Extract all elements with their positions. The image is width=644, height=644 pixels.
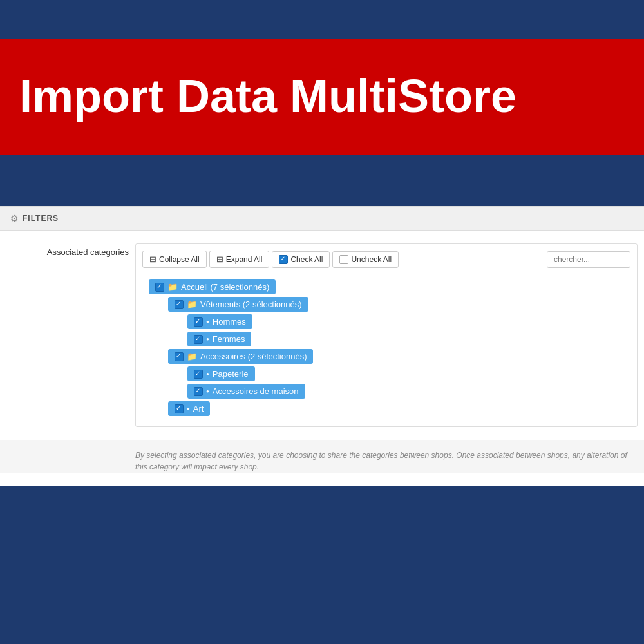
label-accessoires: Accessoires (2 sélectionnés) bbox=[200, 352, 307, 361]
tree-item-accueil: 📁 Accueil (7 sélectionnés) bbox=[149, 278, 630, 296]
label-accessoires-maison: Accessoires de maison bbox=[213, 386, 299, 396]
tree-item-accessoires-inner[interactable]: 📁 Accessoires (2 sélectionnés) bbox=[168, 349, 313, 364]
label-art: Art bbox=[193, 404, 204, 413]
checkbox-vetements[interactable] bbox=[175, 300, 184, 309]
dot-icon-accessoires-maison: ● bbox=[206, 388, 209, 394]
tree-item-hommes-inner[interactable]: ● Hommes bbox=[187, 314, 252, 329]
label-papeterie: Papeterie bbox=[213, 369, 249, 379]
label-vetements: Vêtements (2 sélectionnés) bbox=[200, 299, 302, 309]
tree-item-accessoires-maison-inner[interactable]: ● Accessoires de maison bbox=[187, 384, 305, 399]
dot-icon-papeterie: ● bbox=[206, 371, 209, 377]
blue-section bbox=[0, 155, 644, 206]
tree-item-vetements-inner[interactable]: 📁 Vêtements (2 sélectionnés) bbox=[168, 297, 308, 312]
tree-item-papeterie-inner[interactable]: ● Papeterie bbox=[187, 366, 255, 381]
folder-icon-vetements: 📁 bbox=[187, 299, 197, 309]
checkbox-accessoires-maison[interactable] bbox=[194, 387, 203, 396]
category-tree: 📁 Accueil (7 sélectionnés) 📁 Vêtements (… bbox=[142, 276, 630, 420]
label-femmes: Femmes bbox=[213, 334, 245, 344]
content-area: ⚙ FILTERS Associated categories ⊟ Collap… bbox=[0, 206, 644, 486]
filters-label: FILTERS bbox=[23, 214, 59, 223]
tree-toolbar: ⊟ Collapse All ⊞ Expand All Check All Un… bbox=[142, 251, 630, 268]
collapse-all-label: Collapse All bbox=[159, 255, 200, 264]
categories-label: Associated categories bbox=[6, 243, 135, 427]
collapse-icon: ⊟ bbox=[149, 254, 156, 264]
tree-item-vetements: 📁 Vêtements (2 sélectionnés) bbox=[168, 296, 630, 313]
uncheck-all-button[interactable]: Uncheck All bbox=[332, 251, 399, 268]
checkbox-accessoires[interactable] bbox=[175, 352, 184, 361]
expand-all-label: Expand All bbox=[226, 255, 263, 264]
gear-icon: ⚙ bbox=[10, 213, 19, 223]
tree-item-femmes-inner[interactable]: ● Femmes bbox=[187, 332, 251, 346]
dot-icon-femmes: ● bbox=[206, 336, 209, 342]
checkbox-accueil[interactable] bbox=[155, 283, 164, 292]
tree-item-art: ● Art bbox=[168, 400, 630, 417]
tree-item-accessoires: 📁 Accessoires (2 sélectionnés) bbox=[168, 348, 630, 365]
note-text: By selecting associated categories, you … bbox=[0, 440, 644, 473]
dot-icon-art: ● bbox=[187, 406, 190, 412]
main-section: Associated categories ⊟ Collapse All ⊞ E… bbox=[0, 231, 644, 440]
expand-icon: ⊞ bbox=[216, 254, 223, 264]
spacer bbox=[0, 473, 644, 486]
red-banner: Import Data MultiStore bbox=[0, 39, 644, 155]
collapse-all-button[interactable]: ⊟ Collapse All bbox=[142, 251, 207, 268]
tree-item-accueil-inner[interactable]: 📁 Accueil (7 sélectionnés) bbox=[149, 279, 276, 294]
checkbox-art[interactable] bbox=[175, 404, 184, 413]
folder-icon-accessoires: 📁 bbox=[187, 352, 197, 361]
label-accueil: Accueil (7 sélectionnés) bbox=[181, 282, 269, 292]
bottom-blue bbox=[0, 486, 644, 614]
tree-item-femmes: ● Femmes bbox=[187, 330, 630, 348]
folder-icon-accueil: 📁 bbox=[167, 282, 178, 292]
checkbox-femmes[interactable] bbox=[194, 335, 203, 344]
check-all-button[interactable]: Check All bbox=[272, 251, 330, 268]
check-all-checkbox-icon bbox=[279, 255, 288, 264]
uncheck-all-label: Uncheck All bbox=[351, 255, 392, 264]
checkbox-hommes[interactable] bbox=[194, 317, 203, 327]
checkbox-papeterie[interactable] bbox=[194, 370, 203, 379]
category-search-input[interactable] bbox=[547, 251, 630, 268]
tree-item-papeterie: ● Papeterie bbox=[187, 365, 630, 383]
tree-item-accessoires-maison: ● Accessoires de maison bbox=[187, 383, 630, 400]
top-bar bbox=[0, 0, 644, 39]
uncheck-all-checkbox-icon bbox=[339, 255, 348, 264]
tree-item-art-inner[interactable]: ● Art bbox=[168, 401, 210, 416]
filters-header: ⚙ FILTERS bbox=[0, 206, 644, 231]
tree-column: ⊟ Collapse All ⊞ Expand All Check All Un… bbox=[135, 243, 638, 427]
label-hommes: Hommes bbox=[213, 317, 246, 327]
tree-item-hommes: ● Hommes bbox=[187, 313, 630, 330]
expand-all-button[interactable]: ⊞ Expand All bbox=[209, 251, 270, 268]
dot-icon-hommes: ● bbox=[206, 319, 209, 325]
banner-title: Import Data MultiStore bbox=[19, 71, 516, 122]
check-all-label: Check All bbox=[290, 255, 323, 264]
